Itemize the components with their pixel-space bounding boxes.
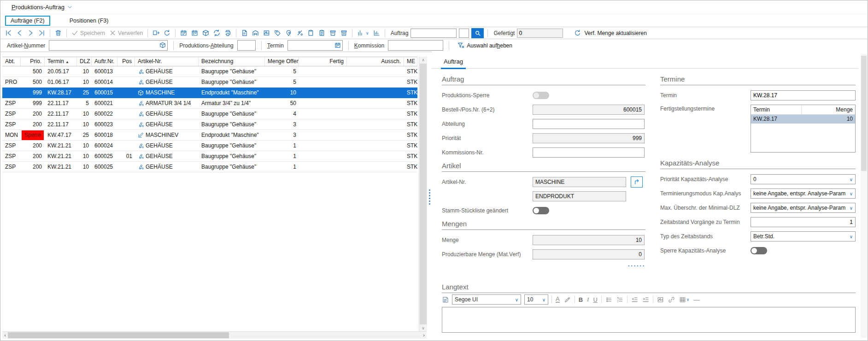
toolbar-image-button[interactable]	[262, 29, 271, 37]
column-header-prio[interactable]: Prio.	[21, 57, 45, 66]
order-row[interactable]: MONSperreKW.47.1725600018MASCHINEVEndpro…	[2, 130, 417, 141]
zeitabstand-input[interactable]	[751, 217, 856, 227]
langtext-highlight-button[interactable]	[563, 296, 571, 303]
langtext-insert-image-button[interactable]	[657, 296, 664, 303]
toolbar-calendar-edit-button[interactable]	[190, 29, 199, 37]
langtext-indent-button[interactable]	[642, 296, 650, 303]
toolbar-nav-last-button[interactable]	[37, 29, 46, 37]
order-row[interactable]: ZSP200KW.21.2110600025GEHÄUSEBaugruppe "…	[2, 162, 417, 172]
chevron-down-icon[interactable]	[67, 5, 72, 10]
column-header-dlz[interactable]: DLZ	[77, 57, 92, 66]
calendar-icon[interactable]	[334, 42, 341, 48]
kommissions-nr-input[interactable]	[533, 147, 645, 158]
tab-auftraege[interactable]: Aufträge (F2)	[5, 16, 50, 26]
langtext-insert-table-button[interactable]: ∨	[679, 296, 690, 303]
auswahl-aufheben-button[interactable]: Auswahl aufheben	[455, 41, 515, 49]
column-header-me[interactable]: ME	[404, 57, 417, 66]
toolbar-warehouse-button[interactable]	[251, 29, 260, 37]
column-header-termin[interactable]: Termin▲	[45, 57, 77, 66]
typ-zeitabstand-select[interactable]: Betr.Std.∨	[751, 231, 856, 241]
fertigstellungstermine-table[interactable]: TerminMenge KW.28.1710	[751, 105, 856, 153]
langtext-outdent-button[interactable]	[631, 296, 639, 303]
font-size-select[interactable]: 10∨	[524, 294, 548, 305]
langtext-numbered-list-button[interactable]	[616, 296, 624, 303]
toolbar-nav-prev-button[interactable]	[15, 29, 24, 37]
scrollbar-thumb[interactable]	[420, 64, 427, 324]
scroll-left-icon[interactable]: ‹	[2, 332, 8, 339]
order-row[interactable]: ZSP200KW.21.211060002501GEHÄUSEBaugruppe…	[2, 151, 417, 162]
text-module-icon[interactable]	[442, 296, 449, 303]
toolbar-chart-button[interactable]	[372, 29, 381, 37]
tab-positionen[interactable]: Positionen (F3)	[64, 16, 114, 26]
refresh-icon[interactable]	[574, 29, 581, 36]
toolbar-tags-button[interactable]	[273, 29, 282, 37]
abteilung-input[interactable]	[533, 119, 645, 129]
langtext-insert-link-button[interactable]	[668, 296, 675, 303]
column-header-bezeichnung[interactable]: Bezeichnung	[199, 57, 265, 66]
toolbar-document-button[interactable]	[240, 29, 249, 37]
kommission-input[interactable]	[388, 40, 443, 51]
toolbar-nav-first-button[interactable]	[4, 29, 13, 37]
toolbar-clipboard-button[interactable]	[306, 29, 315, 37]
toolbar-archive-box2-button[interactable]	[340, 29, 348, 37]
langtext-horizontal-rule-button[interactable]: —	[693, 296, 700, 303]
search-button[interactable]	[471, 28, 484, 38]
order-row[interactable]: PRO50001.06.1710600014GEHÄUSEBaugruppe "…	[2, 77, 417, 88]
order-row[interactable]: 50020.05.1710600013GEHÄUSEBaugruppe "Geh…	[2, 66, 417, 77]
order-row[interactable]: ZSP20022.11.1710600022GEHÄUSEBaugruppe "…	[2, 109, 417, 119]
font-family-select[interactable]: Segoe UI∨	[452, 294, 521, 305]
prioritaet-kapazitaet-select[interactable]: 0∨	[751, 174, 856, 184]
tab-auftrag-detail[interactable]: Auftrag	[441, 58, 466, 69]
scrollbar-thumb[interactable]	[861, 56, 867, 171]
langtext-font-color-button[interactable]: A	[555, 296, 560, 303]
auftrag-number-input[interactable]	[411, 29, 457, 38]
toolbar-discount-button[interactable]	[295, 29, 304, 37]
auftrag-pos-input[interactable]	[459, 29, 469, 38]
produktions-sperre-toggle[interactable]	[533, 92, 549, 99]
toolbar-print-button[interactable]	[223, 29, 232, 37]
toolbar-delete-button[interactable]	[54, 29, 63, 37]
column-header-auftr_nr[interactable]: Auftr.Nr.	[92, 57, 117, 66]
goto-artikel-button[interactable]	[631, 176, 643, 188]
toolbar-package-button[interactable]	[201, 29, 210, 37]
langtext-bullet-list-button[interactable]	[605, 296, 613, 303]
scrollbar-thumb[interactable]	[8, 332, 229, 338]
column-header-fertig[interactable]: Fertig	[299, 57, 347, 66]
column-header-artikel[interactable]: Artikel-Nr.	[135, 57, 199, 66]
langtext-underline-button[interactable]: U	[592, 296, 598, 303]
table-vertical-scrollbar[interactable]: ∧ ∨	[419, 57, 427, 331]
column-header-aussch[interactable]: Aussch.	[347, 57, 404, 66]
terminierungsmodus-select[interactable]: keine Angabe, entspr. Analyse-Param∨	[751, 188, 856, 199]
order-row[interactable]: ZSP20022.11.1710600023GEHÄUSEBaugruppe "…	[2, 119, 417, 130]
column-header-menge_offen[interactable]: Menge Offen	[265, 57, 299, 66]
termin-input[interactable]	[751, 90, 856, 100]
toolbar-refresh-button[interactable]	[163, 29, 171, 37]
toolbar-clipboard-list-button[interactable]	[317, 29, 326, 37]
toolbar-analysis-button[interactable]: ∨	[356, 29, 370, 37]
toolbar-archive-box-button[interactable]	[328, 29, 337, 37]
table-horizontal-scrollbar[interactable]: ‹ ›	[2, 331, 427, 339]
langtext-bold-button[interactable]: B	[578, 296, 583, 303]
panel-scrollbar[interactable]	[861, 54, 867, 338]
scroll-right-icon[interactable]: ›	[421, 332, 427, 339]
stamm-stueckliste-toggle[interactable]	[533, 207, 549, 214]
toolbar-process-button[interactable]	[212, 29, 221, 37]
order-row[interactable]: 999KW.28.1725600015MASCHINEEndprodukt "M…	[2, 88, 417, 98]
order-row[interactable]: ZSP99922.11.175600021ARMATUR 3/4 1/4Arma…	[2, 98, 417, 109]
cube-icon[interactable]	[159, 42, 166, 48]
panel-splitter[interactable]	[428, 51, 432, 341]
column-header-pos[interactable]: Pos	[117, 57, 135, 66]
order-row[interactable]: ZSP200KW.21.2110600024GEHÄUSEBaugruppe "…	[2, 141, 417, 151]
scroll-down-icon[interactable]: ∨	[419, 325, 427, 331]
produktions-abteilung-input[interactable]	[237, 40, 256, 51]
sperre-kapazitaet-toggle[interactable]	[751, 247, 767, 254]
toolbar-save-button[interactable]: Speichern	[70, 29, 106, 37]
scroll-up-icon[interactable]: ∧	[419, 57, 427, 63]
column-header-abt[interactable]: Abt.	[2, 57, 21, 66]
max-ueberschr-select[interactable]: keine Angabe, entspr. Analyse-Param∨	[751, 203, 856, 213]
toolbar-nav-next-button[interactable]	[26, 29, 35, 37]
verf-menge-button[interactable]: Verf. Menge aktualisieren	[584, 30, 646, 36]
module-menu[interactable]: Produktions-Auftrag	[12, 4, 65, 11]
toolbar-calendar-plan-button[interactable]	[179, 29, 188, 37]
artikel-nummer-input[interactable]	[49, 40, 168, 51]
